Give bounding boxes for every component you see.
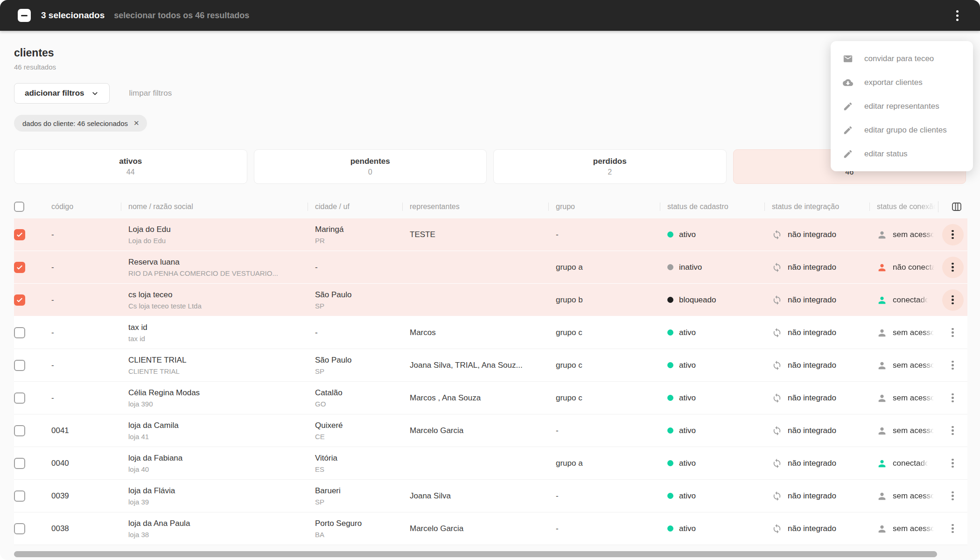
row-checkbox[interactable] bbox=[14, 425, 25, 436]
row-menu-button[interactable] bbox=[942, 289, 964, 311]
cloud-download-icon bbox=[843, 77, 853, 88]
row-checkbox[interactable] bbox=[14, 360, 25, 371]
person-icon bbox=[877, 262, 887, 273]
row-menu-button[interactable] bbox=[942, 387, 964, 409]
integration-status-label: não integrado bbox=[788, 263, 836, 272]
pencil-icon bbox=[843, 101, 853, 112]
group-cell: - bbox=[548, 230, 660, 239]
horizontal-scrollbar[interactable] bbox=[14, 551, 937, 557]
indeterminate-checkbox-icon[interactable] bbox=[18, 9, 31, 22]
client-name: loja da Camila bbox=[128, 421, 308, 430]
add-filters-label: adicionar filtros bbox=[25, 89, 84, 98]
tab-pendentes[interactable]: pendentes0 bbox=[254, 149, 487, 184]
code-cell: - bbox=[51, 230, 121, 239]
tab-ativos[interactable]: ativos44 bbox=[14, 149, 247, 184]
row-checkbox-cell bbox=[14, 392, 51, 404]
row-checkbox[interactable] bbox=[14, 490, 25, 502]
row-menu-button[interactable] bbox=[942, 224, 964, 245]
state-uf: CE bbox=[315, 433, 402, 441]
city-name: São Paulo bbox=[315, 356, 402, 365]
sync-icon bbox=[772, 426, 782, 436]
sync-icon bbox=[772, 230, 782, 240]
tab-perdidos[interactable]: perdidos2 bbox=[493, 149, 727, 184]
person-icon bbox=[877, 230, 887, 240]
sync-icon bbox=[772, 524, 782, 534]
registration-status-cell: bloqueado bbox=[660, 295, 764, 305]
integration-status-cell: não integrado bbox=[764, 491, 869, 501]
add-filters-button[interactable]: adicionar filtros bbox=[14, 83, 110, 104]
select-all-checkbox[interactable] bbox=[14, 202, 24, 212]
sync-icon bbox=[772, 491, 782, 501]
menu-item-editar-grupo-de-clientes[interactable]: editar grupo de clientes bbox=[831, 118, 973, 142]
code-cell: - bbox=[51, 393, 121, 403]
city-name: Catalão bbox=[315, 388, 402, 398]
column-picker-cell bbox=[938, 201, 967, 212]
chevron-down-icon bbox=[91, 90, 99, 98]
connection-status-label: sem acesso bbox=[893, 426, 935, 435]
person-icon bbox=[877, 491, 887, 501]
client-name: Loja do Edu bbox=[128, 225, 308, 234]
row-menu-cell bbox=[938, 355, 967, 376]
client-legal-name: loja 40 bbox=[128, 465, 308, 473]
connection-status-cell: sem acesso bbox=[869, 360, 938, 371]
row-menu-button[interactable] bbox=[942, 518, 964, 539]
row-checkbox[interactable] bbox=[14, 294, 25, 306]
client-legal-name: tax id bbox=[128, 335, 308, 343]
row-menu-button[interactable] bbox=[942, 257, 964, 278]
row-menu-button[interactable] bbox=[942, 420, 964, 441]
city-cell: QuixeréCE bbox=[308, 421, 402, 441]
row-checkbox[interactable] bbox=[14, 458, 25, 469]
column-header-6: status de cadastro bbox=[660, 203, 764, 211]
integration-status-cell: não integrado bbox=[764, 360, 869, 371]
table-row: 0039loja da Flávialoja 39BarueriSPJoana … bbox=[14, 480, 967, 512]
representatives-cell: Marcos bbox=[402, 328, 548, 337]
select-all-results-button[interactable]: selecionar todos os 46 resultados bbox=[114, 11, 249, 21]
row-menu-button[interactable] bbox=[942, 355, 964, 376]
group-cell: grupo b bbox=[548, 295, 660, 305]
row-menu-button[interactable] bbox=[942, 322, 964, 343]
row-menu-button[interactable] bbox=[942, 453, 964, 474]
connection-status-label: sem acesso bbox=[893, 230, 935, 239]
column-header-4: representantes bbox=[402, 203, 548, 211]
state-uf: GO bbox=[315, 400, 402, 408]
row-checkbox[interactable] bbox=[14, 262, 25, 273]
menu-item-editar-status[interactable]: editar status bbox=[831, 142, 973, 166]
row-checkbox-cell bbox=[14, 425, 51, 436]
row-checkbox[interactable] bbox=[14, 327, 25, 338]
status-dot-icon bbox=[667, 427, 673, 434]
table-row: -cs loja teceoCs loja teceo teste LtdaSã… bbox=[14, 284, 967, 316]
row-checkbox[interactable] bbox=[14, 229, 25, 240]
menu-item-exportar-clientes[interactable]: exportar clientes bbox=[831, 70, 973, 94]
close-icon[interactable]: ✕ bbox=[133, 119, 140, 127]
row-checkbox[interactable] bbox=[14, 392, 25, 404]
registration-status-cell: ativo bbox=[660, 459, 764, 468]
column-header-7: status de integração bbox=[764, 203, 869, 211]
integration-status-cell: não integrado bbox=[764, 230, 869, 240]
representatives-cell: Joana Silva bbox=[402, 491, 548, 501]
mail-icon bbox=[843, 54, 853, 64]
name-cell: Loja do EduLoja do Edu bbox=[121, 225, 308, 245]
city-name: Porto Seguro bbox=[315, 519, 402, 528]
person-icon bbox=[877, 524, 887, 534]
columns-icon[interactable] bbox=[951, 201, 962, 212]
name-cell: loja da Flávialoja 39 bbox=[121, 486, 308, 506]
city-name: Vitória bbox=[315, 454, 402, 463]
registration-status-cell: inativo bbox=[660, 263, 764, 272]
row-menu-button[interactable] bbox=[942, 485, 964, 507]
row-menu-cell bbox=[938, 420, 967, 441]
integration-status-label: não integrado bbox=[788, 361, 836, 370]
selection-bar-menu-button[interactable] bbox=[953, 7, 961, 24]
filter-chip[interactable]: dados do cliente: 46 selecionados ✕ bbox=[14, 115, 147, 132]
connection-status-label: não conectado bbox=[893, 263, 936, 272]
tab-label: perdidos bbox=[593, 157, 627, 166]
registration-status-label: ativo bbox=[679, 524, 696, 533]
menu-item-convidar-para-teceo[interactable]: convidar para teceo bbox=[831, 47, 973, 70]
sync-icon bbox=[772, 295, 782, 305]
row-checkbox[interactable] bbox=[14, 523, 25, 534]
sync-icon bbox=[772, 393, 782, 403]
menu-item-editar-representantes[interactable]: editar representantes bbox=[831, 94, 973, 118]
group-cell: - bbox=[548, 524, 660, 533]
clear-filters-button[interactable]: limpar filtros bbox=[129, 89, 172, 98]
row-menu-cell bbox=[938, 453, 967, 474]
sync-icon bbox=[772, 328, 782, 338]
